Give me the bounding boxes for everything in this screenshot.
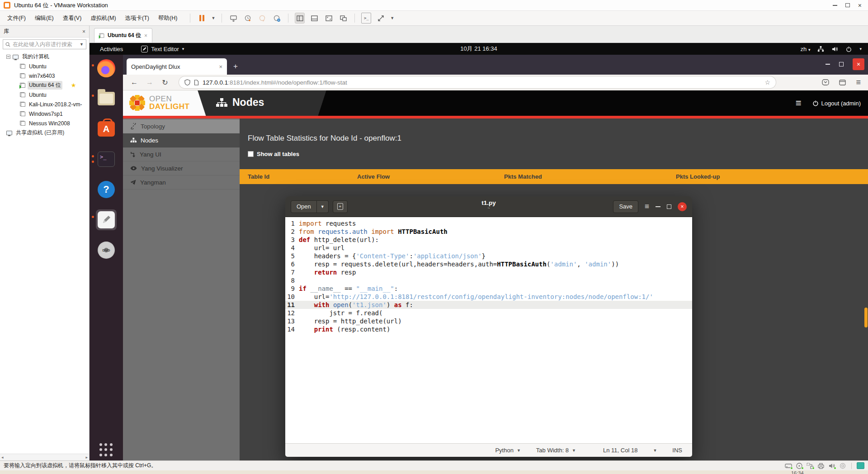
- url-bar[interactable]: 127.0.0.1:8181/index.html#/node/openflow…: [179, 76, 776, 88]
- menu-item[interactable]: 查看(V): [58, 13, 86, 24]
- input-method-indicator[interactable]: zh ▾: [801, 46, 811, 52]
- clock[interactable]: 10月 21 16:34: [460, 45, 497, 53]
- library-close-icon[interactable]: ×: [82, 28, 85, 35]
- page-info-icon[interactable]: [194, 80, 199, 85]
- back-button[interactable]: ←: [127, 78, 142, 86]
- code-line[interactable]: 11 with open('t1.json') as f:: [285, 301, 692, 309]
- gedit-minimize-icon[interactable]: [656, 206, 660, 207]
- tree-item-vm[interactable]: Ubuntu: [0, 62, 89, 71]
- maximize-icon[interactable]: [845, 3, 850, 7]
- page-scrollbar-thumb[interactable]: [864, 308, 868, 327]
- sidebar-item-yang-visualizer[interactable]: Yang Visualizer: [123, 161, 240, 175]
- stretch-view-button[interactable]: [376, 13, 386, 24]
- menu-item[interactable]: 帮助(H): [154, 13, 182, 24]
- tree-item-vm[interactable]: Ubuntu: [0, 90, 89, 100]
- logout-button[interactable]: Logout (admin): [812, 100, 861, 107]
- gedit-titlebar[interactable]: Open ▼ + t1.py ~ Save ≡ ×: [285, 196, 692, 217]
- printer-icon[interactable]: [817, 463, 825, 469]
- firefox-close-icon[interactable]: ×: [853, 58, 864, 70]
- dock-item-dvd[interactable]: DVD: [96, 240, 117, 261]
- search-dropdown-icon[interactable]: ▼: [80, 42, 84, 47]
- unity-mode-button[interactable]: [338, 13, 348, 24]
- app-menu[interactable]: Text Editor ▾: [141, 46, 184, 52]
- tree-item-vm[interactable]: Kali-Linux-2018.2-vm-: [0, 100, 89, 109]
- dock-item-text-editor[interactable]: [96, 209, 117, 230]
- forward-button[interactable]: →: [142, 78, 157, 86]
- firefox-tab[interactable]: OpenDaylight Dlux ×: [127, 58, 227, 75]
- sidebar-item-yangman[interactable]: Yangman: [123, 175, 240, 190]
- sidebar-item-topology[interactable]: Topology: [123, 119, 240, 133]
- shield-icon[interactable]: [184, 79, 190, 85]
- volume-icon[interactable]: [831, 46, 838, 52]
- message-log-icon[interactable]: [857, 462, 864, 469]
- view-dropdown-icon[interactable]: ▼: [390, 16, 394, 20]
- show-console-button[interactable]: [309, 13, 319, 24]
- menu-item[interactable]: 虚拟机(M): [86, 13, 120, 24]
- menu-item[interactable]: 编辑(E): [30, 13, 58, 24]
- code-line[interactable]: 2from requests.auth import HTTPBasicAuth: [285, 228, 692, 236]
- open-dropdown-icon[interactable]: ▼: [317, 200, 329, 213]
- new-tab-button[interactable]: +: [233, 62, 238, 71]
- dock-item-files[interactable]: [96, 88, 117, 109]
- sidebar-item-nodes[interactable]: Nodes: [123, 133, 240, 147]
- open-terminal-button[interactable]: >_: [361, 13, 371, 24]
- show-library-button[interactable]: [295, 13, 305, 24]
- code-line[interactable]: 9if __name__ == "__main__":: [285, 284, 692, 293]
- expander-icon[interactable]: [6, 55, 10, 59]
- code-line[interactable]: 1import requests: [285, 219, 692, 228]
- gedit-menu-icon[interactable]: ≡: [645, 202, 649, 211]
- hard-disk-icon[interactable]: [785, 463, 792, 469]
- sound-icon[interactable]: [828, 463, 835, 469]
- minimize-icon[interactable]: [833, 5, 837, 6]
- gedit-maximize-icon[interactable]: [667, 204, 671, 209]
- activities-button[interactable]: Activities: [98, 46, 125, 52]
- vm-tab-ubuntu64[interactable]: Ubuntu 64 位 ×: [94, 28, 152, 43]
- gedit-close-icon[interactable]: ×: [678, 202, 687, 211]
- scroll-left-icon[interactable]: ◂: [1, 455, 4, 460]
- menu-item[interactable]: 文件(F): [3, 13, 30, 24]
- send-ctrl-alt-del-button[interactable]: [228, 13, 238, 24]
- take-snapshot-button[interactable]: [243, 13, 253, 24]
- code-line[interactable]: 7 return resp: [285, 268, 692, 276]
- code-line[interactable]: 4 url= url: [285, 244, 692, 252]
- tab-close-icon[interactable]: ×: [219, 63, 222, 70]
- scroll-right-icon[interactable]: ▸: [85, 455, 88, 460]
- menu-item[interactable]: 选项卡(T): [121, 13, 154, 24]
- dock-item-help[interactable]: ?: [96, 179, 117, 200]
- fullscreen-button[interactable]: [324, 13, 334, 24]
- header-menu-icon[interactable]: ≡: [796, 97, 802, 109]
- show-all-tables-checkbox[interactable]: [248, 151, 254, 157]
- code-line[interactable]: 10 url='http://127.0.0.1:8181/restconf/c…: [285, 293, 692, 301]
- open-button[interactable]: Open: [291, 200, 317, 213]
- usb-icon[interactable]: [839, 463, 846, 469]
- opendaylight-logo[interactable]: OPEN DAYLIGHT: [128, 94, 189, 111]
- cursor-position[interactable]: Ln 11, Col 18: [603, 447, 637, 454]
- pocket-icon[interactable]: [822, 79, 829, 86]
- code-line[interactable]: 6 resp = requests.delete(url,headers=hea…: [285, 260, 692, 268]
- cd-rom-icon[interactable]: [796, 463, 803, 469]
- tree-item-vm[interactable]: win7x6403: [0, 71, 89, 81]
- reload-button[interactable]: ↻: [157, 78, 173, 87]
- manage-snapshots-button[interactable]: [272, 13, 282, 24]
- code-line[interactable]: 8: [285, 276, 692, 284]
- close-icon[interactable]: ×: [858, 2, 862, 9]
- firefox-restore-icon[interactable]: [839, 62, 844, 66]
- tree-item-vm[interactable]: Nessus Win2008: [0, 118, 89, 128]
- pause-vm-button[interactable]: [197, 13, 207, 24]
- code-line[interactable]: 3def http_delete(url):: [285, 236, 692, 244]
- system-menu-caret-icon[interactable]: ▾: [859, 47, 862, 51]
- dock-item-ubuntu-software[interactable]: A: [96, 118, 117, 139]
- vm-tab-close-icon[interactable]: ×: [144, 33, 147, 39]
- network-icon[interactable]: [817, 46, 824, 52]
- sidebar-item-yang-ui[interactable]: Yang UI: [123, 147, 240, 161]
- dock-item-terminal[interactable]: >_: [96, 149, 117, 170]
- library-horizontal-scrollbar[interactable]: ◂ ▸: [0, 454, 89, 460]
- position-dropdown-icon[interactable]: ▼: [653, 448, 657, 453]
- code-line[interactable]: 14 print (resp.content): [285, 325, 692, 333]
- tree-shared-vms[interactable]: 共享虚拟机 (已弃用): [0, 128, 89, 137]
- language-selector[interactable]: Python▼: [495, 447, 520, 454]
- menu-hamburger-icon[interactable]: ≡: [856, 78, 861, 87]
- code-editor[interactable]: 1import requests2from requests.auth impo…: [285, 217, 692, 443]
- tree-root-my-computer[interactable]: 我的计算机: [0, 52, 89, 62]
- library-search-input[interactable]: 在此处键入内容进行搜索 ▼: [3, 39, 86, 49]
